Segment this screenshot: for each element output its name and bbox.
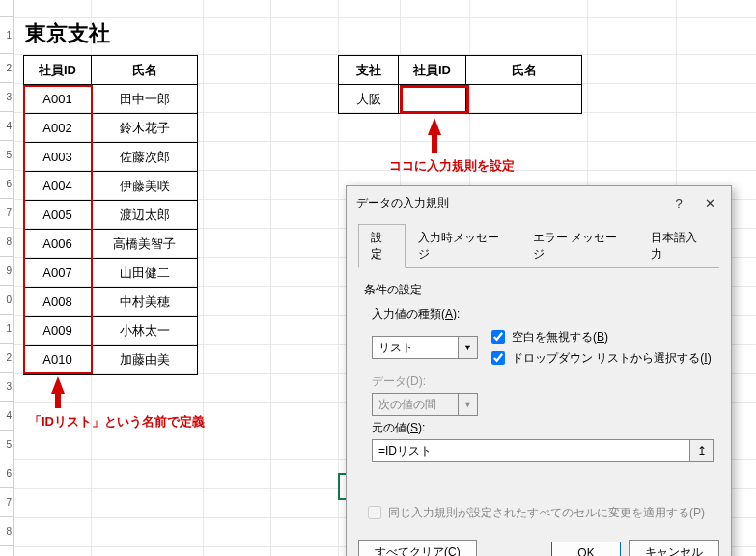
table-row: A010加藤由美 [24,346,198,375]
row-header[interactable]: 8 [0,228,14,257]
row-header[interactable]: 4 [0,402,14,431]
row-header[interactable]: 3 [0,373,14,402]
cell[interactable]: A007 [24,259,92,288]
dialog-title-text: データの入力規則 [356,195,449,211]
cell[interactable]: A003 [24,143,92,172]
data-validation-dialog: データの入力規則 ? ✕ 設定 入力時メッセージ エラー メッセージ 日本語入力… [346,185,732,556]
cell[interactable]: 田中一郎 [92,85,198,114]
cell[interactable]: A009 [24,317,92,346]
row-header[interactable]: 7 [0,199,14,228]
row-header[interactable]: 4 [0,112,14,141]
group-label-criteria: 条件の設定 [364,282,714,298]
cell-empid[interactable] [399,85,466,114]
close-icon: ✕ [705,196,715,210]
cell[interactable]: 鈴木花子 [92,114,198,143]
cell[interactable]: A006 [24,230,92,259]
cell[interactable]: 中村美穂 [92,288,198,317]
cancel-button[interactable]: キャンセル [629,540,719,556]
chevron-down-icon[interactable]: ▼ [458,337,477,358]
allow-label: 入力値の種類(A): [372,306,714,322]
close-button[interactable]: ✕ [694,192,725,213]
target-table[interactable]: 支社 社員ID 氏名 大阪 [338,55,582,114]
help-button[interactable]: ? [663,192,694,213]
cell-empname[interactable] [466,85,582,114]
row-header[interactable]: 1 [0,17,14,54]
cell[interactable]: 佐藤次郎 [92,143,198,172]
cell[interactable]: 山田健二 [92,259,198,288]
range-picker-button[interactable]: ↥ [690,439,714,462]
annotation-idlist: 「IDリスト」という名前で定義 [29,413,205,431]
cell[interactable]: A001 [24,85,92,114]
row-header[interactable]: 0 [0,286,14,315]
row-header[interactable]: 8 [0,517,14,546]
table-row: A003佐藤次郎 [24,143,198,172]
arrow-stem-idlist [55,391,61,408]
employee-table[interactable]: 社員ID 氏名 A001田中一郎A002鈴木花子A003佐藤次郎A004伊藤美咲… [23,55,198,375]
ok-button[interactable]: OK [551,542,621,557]
col-header-id[interactable]: 社員ID [24,56,92,85]
cell[interactable]: A008 [24,288,92,317]
tab-input-message[interactable]: 入力時メッセージ [406,224,520,268]
table-row: 大阪 [339,85,582,114]
arrow-stem-target [432,132,437,153]
in-cell-dropdown-checkbox[interactable]: ドロップダウン リストから選択する(I) [488,348,714,368]
table-row: A007山田健二 [24,259,198,288]
cell[interactable]: 高橋美智子 [92,230,198,259]
col-header-empname[interactable]: 氏名 [466,56,582,85]
row-header[interactable]: 1 [0,315,14,344]
row-header[interactable]: 5 [0,141,14,170]
row-header[interactable]: 2 [0,54,14,83]
data-value: 次の値の間 [373,394,458,415]
row-header[interactable] [0,0,14,17]
cell[interactable]: 加藤由美 [92,346,198,375]
cell[interactable]: A002 [24,114,92,143]
cell[interactable]: 渡辺太郎 [92,201,198,230]
chevron-down-icon: ▼ [458,394,477,415]
annotation-target: ココに入力規則を設定 [389,157,515,175]
tab-ime[interactable]: 日本語入力 [638,224,719,268]
row-header[interactable]: 2 [0,344,14,373]
in-cell-dropdown-input[interactable] [491,351,505,365]
row-header[interactable]: 6 [0,459,14,488]
table-row: A004伊藤美咲 [24,172,198,201]
allow-combo[interactable]: リスト ▼ [372,336,478,359]
ignore-blank-input[interactable] [491,330,505,344]
row-header[interactable]: 6 [0,170,14,199]
apply-all-input [368,506,381,519]
row-header[interactable]: 3 [0,83,14,112]
data-label: データ(D): [372,374,714,390]
tab-settings[interactable]: 設定 [358,224,406,268]
row-header[interactable]: 9 [0,546,14,556]
source-label: 元の値(S): [372,420,714,436]
tab-error-alert[interactable]: エラー メッセージ [520,224,638,268]
cell-branch[interactable]: 大阪 [339,85,399,114]
range-picker-icon: ↥ [697,444,707,458]
cell[interactable]: 伊藤美咲 [92,172,198,201]
cell[interactable]: A010 [24,346,92,375]
col-header-name[interactable]: 氏名 [92,56,198,85]
apply-all-checkbox: 同じ入力規則が設定されたすべてのセルに変更を適用する(P) [364,503,714,522]
source-input[interactable] [372,439,690,462]
table-row: A008中村美穂 [24,288,198,317]
col-header-empid[interactable]: 社員ID [399,56,466,85]
ignore-blank-checkbox[interactable]: 空白を無視する(B) [488,327,714,347]
table-row: A006高橋美智子 [24,230,198,259]
row-header[interactable]: 5 [0,431,14,459]
dialog-titlebar: データの入力規則 ? ✕ [347,186,731,219]
allow-value: リスト [373,337,458,358]
table-row: A005渡辺太郎 [24,201,198,230]
col-header-branch[interactable]: 支社 [339,56,399,85]
cell[interactable]: 小林太一 [92,317,198,346]
dialog-tabs: 設定 入力時メッセージ エラー メッセージ 日本語入力 [358,223,719,268]
row-header[interactable]: 7 [0,488,14,517]
table-row: A009小林太一 [24,317,198,346]
cell[interactable]: A004 [24,172,92,201]
row-header[interactable]: 9 [0,257,14,286]
cell[interactable]: A005 [24,201,92,230]
clear-all-button[interactable]: すべてクリア(C) [358,540,477,556]
table-row: A002鈴木花子 [24,114,198,143]
table-row: A001田中一郎 [24,85,198,114]
page-title: 東京支社 [25,19,110,48]
data-combo: 次の値の間 ▼ [372,393,478,416]
